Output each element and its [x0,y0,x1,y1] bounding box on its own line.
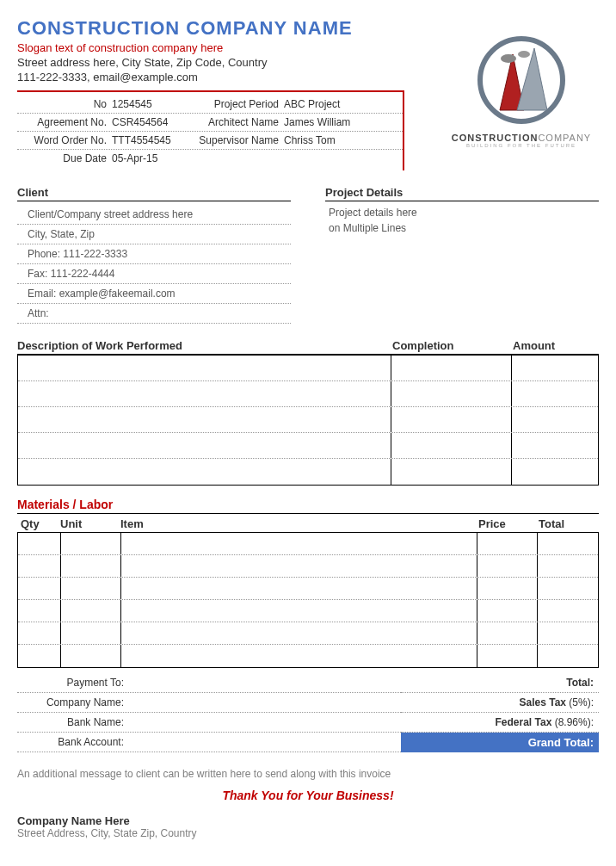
grand-total-label: Grand Total: [401,733,599,752]
client-row: Email: example@fakeemail.com [17,284,291,304]
payment-to-label: Payment To: [17,677,129,689]
company-name: CONSTRUCTION COMPANY NAME [17,17,444,40]
supervisor-value: Chriss Tom [284,134,403,146]
company-name-label: Company Name: [17,696,129,708]
sales-tax-label: Sales Tax (5%): [520,696,594,708]
table-row [18,645,598,667]
total-label: Total: [566,677,594,689]
company-address: Street address here, City State, Zip Cod… [17,56,444,69]
table-row [18,578,598,600]
no-value: 1254545 [112,98,189,110]
table-row [18,600,598,622]
table-row [18,459,598,485]
bank-name-label: Bank Name: [17,716,129,728]
price-header: Price [478,517,539,530]
word-order-value: TTT4554545 [112,134,189,146]
agreement-value: CSR454564 [112,116,189,128]
table-row [18,381,598,407]
materials-title: Materials / Labor [17,498,599,514]
client-row: City, State, Zip [17,225,291,244]
table-row [18,555,598,578]
unit-header: Unit [60,517,120,530]
due-date-label: Due Date [17,152,112,164]
project-line1: Project details here [325,205,599,220]
slogan: Slogan text of construction company here [17,41,444,54]
architect-label: Architect Name [189,116,284,128]
project-title: Project Details [325,186,599,201]
table-row [18,533,598,555]
footer-address: Street Address, City, State Zip, Country [17,827,599,839]
work-amount-header: Amount [513,339,599,352]
work-table [17,355,599,486]
materials-table [17,533,599,668]
work-completion-header: Completion [392,339,513,352]
logo-text-2: BUILDING FOR THE FUTURE [466,143,576,148]
table-row [18,407,598,433]
table-row [18,433,598,459]
client-row: Attn: [17,304,291,324]
item-header: Item [120,517,478,530]
period-value: ABC Project [284,98,403,110]
table-row [18,622,598,645]
client-row: Client/Company street address here [17,205,291,225]
company-contact: 111-222-3333, email@example.com [17,71,444,84]
meta-box: No 1254545 Project Period ABC Project Ag… [17,90,404,170]
footer-company-name: Company Name Here [17,814,599,827]
period-label: Project Period [189,98,284,110]
thank-you: Thank You for Your Business! [17,789,599,802]
additional-message: An additional message to client can be w… [17,768,599,780]
federal-tax-label: Federal Tax (8.96%): [496,716,594,728]
client-row: Fax: 111-222-4444 [17,264,291,284]
project-line2: on Multiple Lines [325,220,599,236]
agreement-label: Agreement No. [17,116,112,128]
due-date-value: 05-Apr-15 [112,152,189,164]
client-title: Client [17,186,291,201]
work-desc-header: Description of Work Performed [17,339,392,352]
bank-account-label: Bank Account: [17,736,129,748]
supervisor-label: Supervisor Name [189,134,284,146]
no-label: No [17,98,112,110]
total-header: Total [539,517,599,530]
svg-point-2 [518,51,530,58]
company-logo: CONSTRUCTIONCOMPANY BUILDING FOR THE FUT… [444,17,599,164]
svg-point-1 [501,54,516,63]
logo-text-1: CONSTRUCTIONCOMPANY [452,133,591,143]
client-row: Phone: 111-222-3333 [17,244,291,264]
word-order-label: Word Order No. [17,134,112,146]
architect-value: James William [284,116,403,128]
qty-header: Qty [17,517,60,530]
table-row [18,356,598,381]
